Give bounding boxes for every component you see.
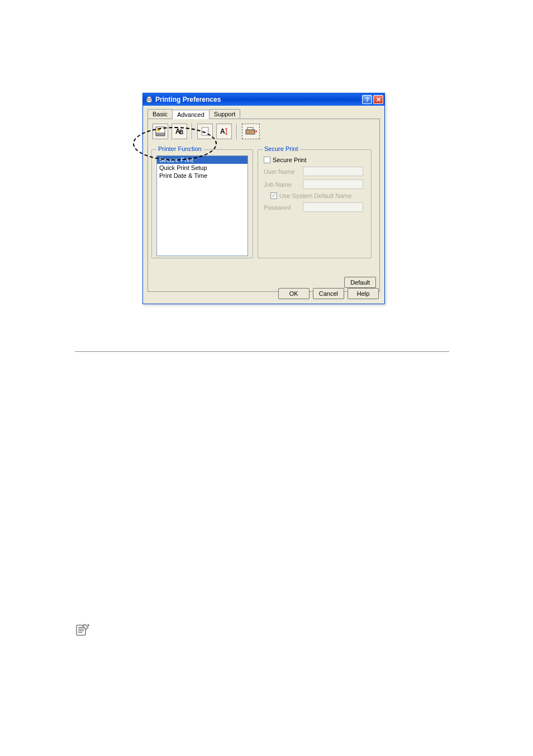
help-button[interactable]: Help <box>348 288 379 299</box>
svg-rect-12 <box>246 130 255 134</box>
tool-watermark-icon[interactable]: abc <box>197 124 213 139</box>
svg-text:B: B <box>179 129 183 135</box>
cancel-button[interactable]: Cancel <box>313 288 344 299</box>
dialog-button-row: OK Cancel Help <box>143 288 384 299</box>
toolbar-separator <box>236 124 237 139</box>
printer-function-group: Printer Function Secure Print Quick Prin… <box>151 149 253 258</box>
close-icon[interactable]: ✕ <box>373 95 383 104</box>
svg-point-2 <box>147 99 148 100</box>
toolbar: A B abc A <box>151 122 376 144</box>
use-system-default-name-checkbox <box>270 192 277 199</box>
titlebar: Printing Preferences ? ✕ <box>143 93 384 106</box>
secure-print-legend: Secure Print <box>263 145 300 152</box>
tab-advanced[interactable]: Advanced <box>172 110 210 119</box>
svg-point-5 <box>157 128 160 131</box>
printer-function-legend: Printer Function <box>156 145 203 152</box>
tab-support[interactable]: Support <box>209 109 241 119</box>
help-icon[interactable]: ? <box>362 95 372 104</box>
tool-font-settings-icon[interactable]: A <box>216 124 232 139</box>
toolbar-separator <box>192 124 193 139</box>
tool-printer-function-icon[interactable] <box>242 124 260 139</box>
job-name-label: Job Name <box>264 181 303 188</box>
list-item-secure-print[interactable]: Secure Print <box>157 156 248 164</box>
list-item-quick-print-setup[interactable]: Quick Print Setup <box>157 164 248 172</box>
svg-rect-13 <box>248 127 253 130</box>
user-name-label: User Name <box>264 168 303 175</box>
secure-print-checkbox[interactable] <box>264 157 270 163</box>
default-button[interactable]: Default <box>344 277 376 288</box>
user-name-input <box>303 167 363 176</box>
printer-icon <box>145 96 153 103</box>
tab-strip: Basic Advanced Support <box>143 106 384 119</box>
tab-basic[interactable]: Basic <box>147 109 173 119</box>
svg-rect-3 <box>147 101 151 102</box>
tool-halftone-icon[interactable] <box>153 124 168 139</box>
list-item-print-date-time[interactable]: Print Date & Time <box>157 172 248 179</box>
page-divider <box>75 351 449 352</box>
tool-text-icon[interactable]: A B <box>172 124 187 139</box>
tab-panel: A B abc A <box>147 119 380 292</box>
note-icon <box>75 622 91 637</box>
secure-print-checkbox-label: Secure Print <box>273 157 307 163</box>
job-name-input <box>303 179 363 189</box>
printer-function-list[interactable]: Secure Print Quick Print Setup Print Dat… <box>156 155 248 256</box>
ok-button[interactable]: OK <box>278 288 310 299</box>
secure-print-group: Secure Print Secure Print User Name Job … <box>258 149 372 258</box>
svg-rect-1 <box>147 97 151 98</box>
printing-preferences-dialog: Printing Preferences ? ✕ Basic Advanced … <box>142 93 385 304</box>
password-input <box>303 202 363 212</box>
dialog-title: Printing Preferences <box>155 96 362 103</box>
svg-text:A: A <box>220 127 225 135</box>
password-label: Password <box>264 204 303 211</box>
use-system-default-name-label: Use System Default Name <box>279 192 352 199</box>
